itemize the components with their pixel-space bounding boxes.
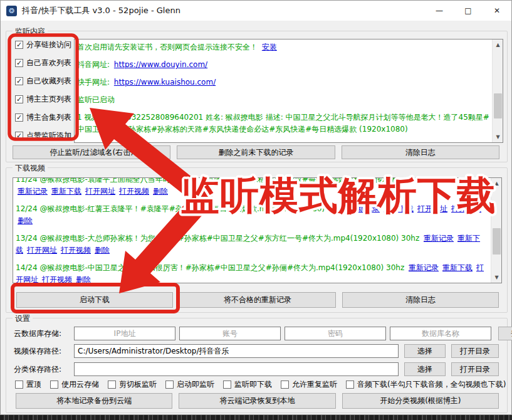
- password-field[interactable]: [285, 327, 386, 340]
- log-line: 抖音网址: https://www.douyin.com/: [77, 59, 489, 71]
- scroll-down-icon[interactable]: ▼: [491, 272, 502, 283]
- log-link[interactable]: 打开视频: [451, 204, 481, 213]
- log-line: 1 视频ID: 7475322528089640201 姓名: 猴叔撩电影 描述…: [77, 112, 489, 135]
- checkbox-my-favorites[interactable]: ✓自己收藏列表: [15, 76, 78, 86]
- log-link[interactable]: 删除: [95, 246, 110, 255]
- checkbox-label: 置顶: [26, 379, 41, 390]
- category-path-input[interactable]: [74, 362, 399, 376]
- minimize-button[interactable]: —: [425, 1, 454, 21]
- unchecked-checkbox-icon[interactable]: [15, 381, 23, 389]
- category-path-open-button[interactable]: 打开目录: [451, 362, 499, 376]
- clear-monitor-log-button[interactable]: 清除日志: [342, 145, 499, 159]
- log-link[interactable]: 打开视频: [61, 246, 91, 255]
- login-button[interactable]: 登录: [498, 327, 512, 340]
- start-download-button[interactable]: 启动下载: [16, 292, 173, 308]
- close-button[interactable]: ✕: [483, 1, 511, 21]
- log-line: 2 视频ID: 7434931344896773391 姓名: 猴叔撩电影 描述…: [77, 141, 489, 142]
- scroll-up-icon[interactable]: ▲: [493, 39, 503, 50]
- log-link[interactable]: 重新下载: [442, 263, 473, 272]
- log-link[interactable]: 打开视频: [42, 275, 72, 283]
- video-path-choose-button[interactable]: 选择: [404, 344, 446, 358]
- unchecked-checkbox-icon[interactable]: [50, 381, 58, 389]
- unchecked-checkbox-icon[interactable]: [165, 381, 174, 389]
- checkbox-monitor-on-start[interactable]: 启动即监听: [165, 379, 214, 389]
- scroll-down-icon[interactable]: ▼: [493, 132, 503, 142]
- category-path-choose-button[interactable]: 选择: [404, 362, 446, 376]
- download-scrollbar[interactable]: ▲ ▼: [491, 178, 501, 283]
- stop-listen-button[interactable]: 停止监听/过滤域名(右击): [13, 145, 170, 159]
- checked-checkbox-icon[interactable]: ✓: [15, 41, 23, 49]
- title-bar: ❂ 抖音/快手下载工具 v3.0 - 52pojie - Glenn — □ ✕: [1, 1, 511, 21]
- log-link[interactable]: https://www.douyin.com/: [114, 60, 207, 69]
- log-link[interactable]: 删除: [76, 275, 91, 283]
- checkbox-label: 允许重复监听: [292, 379, 337, 390]
- maximize-button[interactable]: □: [454, 1, 483, 21]
- checkbox-download-on-monitor[interactable]: 监听即下载: [223, 379, 272, 389]
- scrollbar-thumb[interactable]: [493, 228, 501, 255]
- ip-address-field[interactable]: [74, 327, 175, 340]
- scroll-up-icon[interactable]: ▲: [491, 178, 502, 189]
- download-log-box: 11/24 @猴叔撩电影-袁隆平上面能全八当年时的预言！#袁隆平#杂交水稻#国士…: [13, 177, 502, 283]
- checkbox-audio-download[interactable]: 音频下载(半勾只下载音频，全勾视频也下载): [346, 379, 506, 389]
- checkbox-share-link[interactable]: ✓分享链接访问: [15, 39, 78, 50]
- unchecked-checkbox-icon[interactable]: [281, 381, 289, 389]
- log-link[interactable]: 打开网址: [85, 187, 115, 196]
- checkbox-like-monitor[interactable]: ✓点赞监听添加: [15, 130, 78, 140]
- delete-undownloaded-button[interactable]: 删除之前未下载的记录: [177, 145, 335, 159]
- log-link[interactable]: 重新下载: [384, 204, 414, 213]
- settings-checkbox-row: 置顶使用云存储剪切板监听启动即监听监听即下载允许重复监听音频下载(半勾只下载音频…: [15, 379, 499, 389]
- clear-download-log-button[interactable]: 清除日志: [342, 292, 499, 308]
- checkbox-label: 博主合集列表: [26, 112, 71, 123]
- unchecked-checkbox-icon[interactable]: [223, 381, 231, 389]
- checkbox-clipboard-monitor[interactable]: 剪切板监听: [108, 379, 157, 389]
- log-link[interactable]: 打开网址: [27, 246, 57, 255]
- log-link[interactable]: 重新记录: [350, 204, 380, 213]
- unchecked-checkbox-icon[interactable]: [108, 381, 116, 389]
- log-link[interactable]: 打开网址: [417, 204, 447, 213]
- checkbox-blogger-home[interactable]: ✓博主主页列表: [15, 94, 78, 104]
- log-link[interactable]: 安装: [262, 43, 277, 51]
- checkbox-allow-duplicate[interactable]: 允许重复监听: [281, 379, 337, 389]
- rerecord-failed-button[interactable]: 将不合格的重新记录: [179, 292, 336, 308]
- log-line: 11/24 @猴叔撩电影-袁隆平上面能全八当年时的预言！#袁隆平#杂交水稻#国士…: [16, 177, 488, 197]
- window-title: 抖音/快手下载工具 v3.0 - 52pojie - Glenn: [22, 5, 180, 16]
- scrollbar-thumb[interactable]: [494, 93, 502, 118]
- checked-checkbox-icon[interactable]: ✓: [15, 113, 23, 122]
- checked-checkbox-icon[interactable]: ✓: [15, 95, 23, 103]
- settings-button-row: 将本地记录备份到云端 将云端记录恢复到本地 开始分类视频(根据博主): [16, 393, 499, 409]
- video-path-open-button[interactable]: 打开目录: [451, 344, 499, 358]
- monitor-log: 首次启用请先安装证书，否则网页会提示连接不安全！ 安装抖音网址: https:/…: [77, 41, 489, 142]
- checked-checkbox-icon[interactable]: ✓: [15, 59, 23, 67]
- db-name-field[interactable]: [390, 327, 491, 340]
- monitor-scrollbar[interactable]: ▲ ▼: [492, 39, 503, 142]
- app-window: ❂ 抖音/快手下载工具 v3.0 - 52pojie - Glenn — □ ✕…: [0, 0, 512, 415]
- video-path-input[interactable]: [74, 344, 399, 358]
- checked-checkbox-icon[interactable]: ✓: [15, 132, 23, 140]
- desktop-artifact-strip: [0, 415, 512, 420]
- log-link[interactable]: 重新记录: [424, 234, 454, 243]
- settings-group: 设置 云数据库存储: 登录 视频保存路径: 选择 打开目录 分类保存路径: 选择…: [6, 318, 508, 413]
- log-line: 14/24 @猴叔撩电影-中国卫星之父儿媳妇很厉害！#孙家栋#中国卫星之父#孙俪…: [16, 262, 488, 283]
- checkbox-my-likes[interactable]: ✓自己喜欢列表: [15, 58, 78, 68]
- account-field[interactable]: [179, 327, 281, 340]
- log-link[interactable]: https://www.kuaishou.com/: [114, 78, 216, 87]
- log-line: 监听已启动: [77, 94, 489, 106]
- checkbox-use-cloud[interactable]: 使用云存储: [50, 379, 99, 389]
- log-line: 快手网址: https://www.kuaishou.com/: [77, 76, 489, 88]
- start-classify-button[interactable]: 开始分类视频(根据博主): [342, 393, 499, 409]
- log-link[interactable]: 删除: [153, 187, 168, 196]
- checkbox-pin-top[interactable]: 置顶: [15, 379, 41, 389]
- backup-to-cloud-button[interactable]: 将本地记录备份到云端: [16, 393, 172, 409]
- log-link[interactable]: 删除: [18, 216, 33, 225]
- checked-checkbox-icon[interactable]: ✓: [15, 77, 23, 85]
- log-link[interactable]: 重新下载: [51, 187, 81, 196]
- log-line: 首次启用请先安装证书，否则网页会提示连接不安全！ 安装: [77, 41, 489, 53]
- unchecked-checkbox-icon[interactable]: [346, 381, 354, 389]
- log-link[interactable]: 打开视频: [119, 187, 149, 196]
- download-log: 11/24 @猴叔撩电影-袁隆平上面能全八当年时的预言！#袁隆平#杂交水稻#国士…: [16, 177, 488, 283]
- category-path-row: 分类保存路径: 选择 打开目录: [14, 362, 499, 376]
- checkbox-blogger-collection[interactable]: ✓博主合集列表: [15, 112, 78, 122]
- log-link[interactable]: 重新记录: [18, 187, 48, 196]
- log-link[interactable]: 重新记录: [409, 263, 439, 272]
- restore-from-cloud-button[interactable]: 将云端记录恢复到本地: [179, 393, 335, 409]
